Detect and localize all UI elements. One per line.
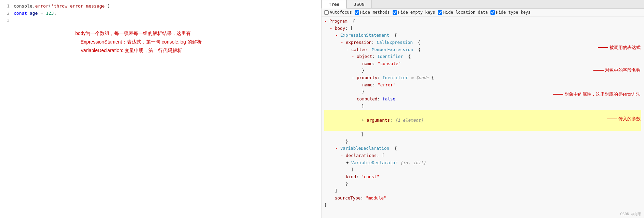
tree-node-kind: kind: "const" bbox=[324, 173, 641, 181]
tree-node-property: - property: Identifier = $node { bbox=[324, 74, 641, 82]
tree-node-variabledeclaration: - VariableDeclaration { bbox=[324, 145, 641, 152]
option-hide-empty[interactable]: Hide empty keys bbox=[393, 10, 435, 15]
tree-node-close-exprstatement: } bbox=[324, 138, 641, 145]
tree-node-object: - object: Identifier { bbox=[324, 53, 641, 60]
tree-node-body: - body: [ bbox=[324, 25, 641, 32]
annotation-line1: body为一个数组，每一项表每一组的解析结果，这里有 bbox=[75, 31, 191, 36]
code-text-2: const age = 123; bbox=[14, 10, 56, 17]
hide-location-checkbox[interactable] bbox=[438, 10, 442, 15]
tree-node-arguments[interactable]: + arguments: [1 element] bbox=[324, 110, 641, 131]
tree-node-expression: - expression: CallExpression { bbox=[324, 39, 641, 46]
tree-options: Autofocus Hide methods Hide empty keys H… bbox=[321, 9, 644, 16]
code-line-2: 2 const age = 123; bbox=[0, 10, 321, 17]
tree-tabs: Tree JSON bbox=[321, 0, 644, 9]
code-line-3: 3 bbox=[0, 17, 321, 24]
option-hide-location[interactable]: Hide location data bbox=[438, 10, 488, 15]
hide-methods-checkbox[interactable] bbox=[355, 10, 359, 15]
code-panel: 1 console.error('throw error message') 2… bbox=[0, 0, 321, 218]
tree-node-sourcetype: sourceType: "module" bbox=[324, 195, 641, 202]
tree-node-close-expression: } bbox=[324, 131, 641, 138]
tree-node-callee: - callee: MemberExpression { bbox=[324, 46, 641, 53]
tree-node-close-callee: } bbox=[324, 103, 641, 110]
hide-empty-checkbox[interactable] bbox=[393, 10, 397, 15]
tree-node-close-object: } bbox=[324, 67, 641, 74]
tree-node-name-console: name: "console" bbox=[324, 60, 641, 68]
tree-node-close-declarations: ] bbox=[324, 166, 641, 173]
tree-node-program: - Program { bbox=[324, 18, 641, 25]
line-number-1: 1 bbox=[3, 3, 10, 10]
annotation-line3: VariableDeclaration: 变量申明，第二行代码解析 bbox=[81, 48, 182, 53]
tree-node-variabledeclarator: + VariableDeclarator {id, init} bbox=[324, 159, 641, 167]
tree-panel: Tree JSON Autofocus Hide methods Hide em… bbox=[321, 0, 644, 218]
annotation-line2: ExpressionStament：表达式，第一句 console.log 的解… bbox=[81, 39, 202, 45]
line-number-3: 3 bbox=[3, 17, 10, 24]
line-number-2: 2 bbox=[3, 10, 10, 17]
autofocus-checkbox[interactable] bbox=[324, 10, 329, 15]
tree-node-expressionstatement: - ExpressionStatement { bbox=[324, 32, 641, 39]
tree-node-close-vardeclaration: } bbox=[324, 180, 641, 187]
tree-node-close-property: } bbox=[324, 88, 641, 96]
option-hide-type[interactable]: Hide type keys bbox=[490, 10, 530, 15]
watermark: CSDN @向阳 bbox=[620, 211, 641, 217]
code-text-3 bbox=[14, 17, 16, 24]
hide-type-checkbox[interactable] bbox=[490, 10, 495, 15]
tab-json[interactable]: JSON bbox=[346, 0, 371, 8]
tree-node-close-body: ] bbox=[324, 187, 641, 195]
tree-node-computed: computed: false bbox=[324, 96, 641, 103]
tree-node-close-program: } bbox=[324, 202, 641, 209]
tree-content[interactable]: - Program { - body: [ - ExpressionStatem… bbox=[321, 16, 644, 218]
tab-tree[interactable]: Tree bbox=[321, 0, 346, 9]
tree-node-name-error: name: "error" bbox=[324, 82, 641, 89]
annotation-area: body为一个数组，每一项表每一组的解析结果，这里有 ExpressionSta… bbox=[75, 29, 239, 55]
annotation-text: body为一个数组，每一项表每一组的解析结果，这里有 ExpressionSta… bbox=[75, 29, 239, 55]
option-autofocus[interactable]: Autofocus bbox=[324, 10, 352, 15]
code-line-1: 1 console.error('throw error message') bbox=[0, 3, 321, 10]
option-hide-methods[interactable]: Hide methods bbox=[355, 10, 390, 15]
code-text-1: console.error('throw error message') bbox=[14, 3, 110, 10]
tree-node-declarations: - declarations: [ bbox=[324, 152, 641, 159]
